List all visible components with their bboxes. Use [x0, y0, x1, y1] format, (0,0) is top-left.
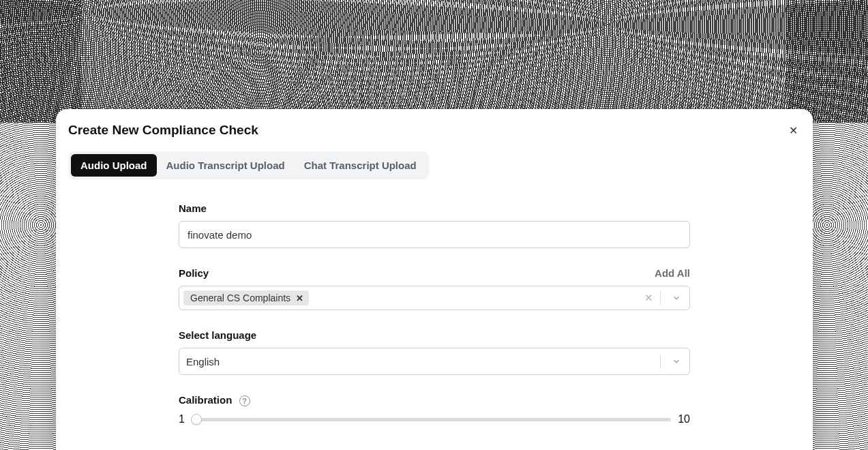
close-icon: ✕ [789, 125, 798, 136]
add-all-button[interactable]: Add All [655, 267, 690, 279]
chevron-down-icon [672, 293, 681, 303]
policy-dropdown-toggle[interactable] [668, 293, 685, 303]
create-compliance-modal: Create New Compliance Check ✕ Audio Uplo… [56, 109, 813, 450]
name-input[interactable] [179, 221, 690, 248]
slider-thumb[interactable] [191, 414, 202, 425]
select-divider [660, 291, 661, 305]
policy-tag-remove[interactable]: ✕ [295, 293, 305, 303]
language-value: English [186, 356, 220, 368]
tab-audio-transcript-upload[interactable]: Audio Transcript Upload [157, 154, 295, 177]
field-policy: Policy Add All General CS Complaints ✕ ✕ [179, 267, 690, 310]
calibration-label: Calibration ? [179, 394, 250, 406]
tab-audio-upload[interactable]: Audio Upload [71, 154, 157, 177]
language-dropdown-toggle[interactable] [668, 357, 685, 366]
calibration-slider[interactable] [192, 414, 671, 425]
x-icon: ✕ [296, 293, 303, 303]
name-label: Name [179, 202, 207, 214]
close-button[interactable]: ✕ [786, 123, 800, 139]
field-calibration: Calibration ? 1 10 [179, 394, 690, 425]
language-select[interactable]: English [179, 348, 690, 375]
field-language: Select language English [179, 329, 690, 375]
policy-tag: General CS Complaints ✕ [183, 290, 309, 305]
modal-title: Create New Compliance Check [68, 123, 258, 138]
calibration-max: 10 [678, 413, 690, 425]
slider-track [192, 418, 671, 421]
language-label: Select language [179, 329, 256, 341]
help-icon[interactable]: ? [239, 395, 250, 406]
calibration-min: 1 [179, 413, 185, 425]
tab-chat-transcript-upload[interactable]: Chat Transcript Upload [295, 154, 426, 177]
policy-clear-button[interactable]: ✕ [644, 292, 653, 304]
field-name: Name [179, 202, 690, 248]
chevron-down-icon [672, 357, 681, 366]
select-divider [660, 355, 661, 368]
policy-tag-label: General CS Complaints [190, 292, 290, 303]
policy-multiselect[interactable]: General CS Complaints ✕ ✕ [179, 286, 690, 310]
policy-label: Policy [179, 267, 209, 279]
upload-tabs: Audio Upload Audio Transcript Upload Cha… [68, 151, 429, 179]
x-icon: ✕ [644, 292, 653, 303]
